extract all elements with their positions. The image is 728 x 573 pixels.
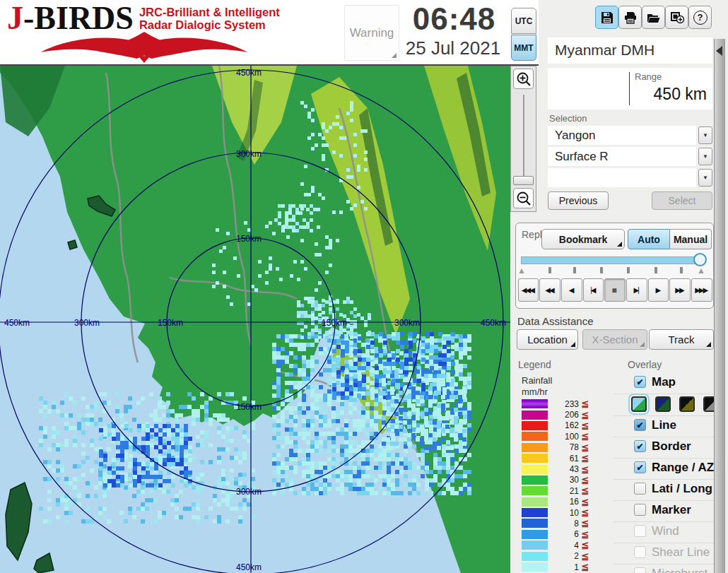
mmt-label: MMT	[514, 43, 533, 53]
legend-row: 2≦	[522, 550, 606, 561]
clock-time: 06:48	[403, 1, 505, 37]
svg-text:150km: 150km	[158, 318, 183, 328]
slider-start-marker[interactable]: ▲	[517, 266, 526, 275]
capture-image-button[interactable]	[665, 6, 688, 29]
manual-label: Manual	[674, 234, 708, 245]
border-checkbox[interactable]: ✔	[634, 440, 646, 452]
overlay-label: Overlay	[628, 359, 662, 370]
map-checkbox[interactable]: ✔	[634, 376, 646, 388]
legend-swatch	[522, 475, 548, 485]
slider-tick	[680, 267, 683, 273]
svg-text:300km: 300km	[236, 149, 262, 159]
print-button[interactable]	[618, 6, 642, 29]
legend-swatch	[522, 432, 548, 441]
open-folder-button[interactable]	[642, 6, 665, 29]
jump-to-start-button[interactable]: ◀◀◀	[518, 278, 539, 302]
map-style-swatch-3[interactable]	[679, 396, 695, 412]
legend-row: 21≦	[522, 485, 606, 496]
zoom-out-icon	[516, 191, 532, 206]
range-az-checkbox[interactable]: ✔	[634, 461, 646, 473]
overlay-row-lati-long: Lati / Long	[613, 480, 714, 501]
replay-slider-handle[interactable]	[693, 253, 707, 266]
overlay-item-label: Marker	[652, 503, 691, 517]
previous-label: Previous	[559, 195, 597, 206]
fast-forward-button[interactable]: ▶▶	[669, 278, 691, 302]
map-style-swatch-2[interactable]	[655, 396, 671, 412]
map-style-swatch-1[interactable]	[631, 396, 647, 412]
legend-swatch	[522, 519, 548, 528]
microburst-checkbox[interactable]	[634, 567, 646, 573]
location-dropdown[interactable]: Yangon	[548, 126, 696, 145]
zoom-out-button[interactable]	[513, 188, 534, 208]
legend-swatch	[522, 410, 548, 420]
mmt-button[interactable]: MMT	[511, 35, 536, 61]
map-zoom-strip	[510, 66, 536, 212]
data-assistance-label: Data Assistance	[517, 315, 594, 327]
checkmark-icon: ✔	[636, 442, 643, 451]
line-checkbox[interactable]: ✔	[634, 419, 646, 431]
panel-collapse-icon[interactable]	[716, 46, 722, 56]
location-dropdown-value: Yangon	[555, 129, 595, 143]
overlay-item-label: Shear Line	[652, 545, 710, 560]
shear-line-checkbox[interactable]	[634, 546, 646, 558]
slider-tick	[548, 267, 551, 273]
slider-tick	[600, 267, 603, 273]
extra-dropdown-arrow[interactable]: ▼	[698, 169, 712, 187]
select-button[interactable]: Select	[652, 191, 712, 210]
auto-label: Auto	[638, 234, 660, 245]
overlay-row-microburst: Microburst	[613, 565, 714, 573]
chevron-down-icon: ▼	[703, 132, 708, 138]
radar-map-canvas[interactable]: 450km 300km 150km 150km 300km 450km 450k…	[0, 66, 510, 573]
product-dropdown[interactable]: Surface R	[548, 147, 696, 166]
overlay-row-border: ✔ Border	[613, 437, 714, 459]
location-button[interactable]: Location	[517, 329, 578, 350]
zoom-slider-thumb[interactable]	[513, 176, 534, 185]
slider-tick	[654, 267, 657, 273]
replay-slider-track[interactable]	[521, 256, 703, 264]
save-button[interactable]	[595, 6, 618, 29]
legend-row: 206≦	[522, 409, 606, 420]
legend-swatch	[522, 540, 548, 550]
product-dropdown-value: Surface R	[555, 150, 609, 164]
overlay-row-line: ✔ Line	[613, 416, 714, 437]
legend-label: Legend	[518, 359, 551, 370]
lati-long-checkbox[interactable]	[634, 483, 646, 495]
fast-rewind-button[interactable]: ◀◀	[539, 278, 560, 302]
zoom-in-button[interactable]	[513, 69, 534, 89]
product-dropdown-arrow[interactable]: ▼	[698, 148, 712, 165]
wind-checkbox[interactable]	[634, 525, 646, 537]
extra-dropdown[interactable]	[548, 168, 696, 187]
legend-swatch	[522, 552, 548, 561]
selection-label: Selection	[549, 113, 587, 124]
bookmark-button[interactable]: Bookmark	[541, 229, 625, 249]
bookmark-label: Bookmark	[559, 234, 607, 245]
help-button[interactable]: ?	[688, 6, 712, 29]
marker-checkbox[interactable]	[634, 504, 646, 516]
open-folder-icon	[647, 11, 660, 24]
overlay-item-label: Border	[652, 439, 691, 454]
map-style-row	[613, 394, 714, 416]
jump-to-end-button[interactable]: ▶▶▶	[691, 278, 712, 302]
overlay-item-label: Lati / Long	[652, 482, 712, 496]
zoom-slider-track[interactable]	[523, 95, 524, 178]
panel-scrollbar[interactable]	[714, 39, 725, 573]
utc-button[interactable]: UTC	[511, 8, 536, 34]
manual-button[interactable]: Manual	[670, 229, 712, 249]
svg-text:450km: 450km	[481, 318, 506, 328]
stop-button[interactable]: ■	[604, 278, 626, 302]
range-box: Range 450 km	[548, 68, 712, 110]
step-forward-button[interactable]: ▶|	[626, 278, 647, 302]
auto-button[interactable]: Auto	[628, 229, 670, 249]
previous-button[interactable]: Previous	[548, 191, 609, 210]
step-back-button[interactable]: |◀	[583, 278, 604, 302]
logo-title-j: J	[7, 0, 23, 36]
play-reverse-button[interactable]: ◀	[561, 278, 582, 302]
xsection-button[interactable]: X-Section	[582, 329, 647, 350]
location-dropdown-arrow[interactable]: ▼	[698, 126, 712, 144]
slider-end-marker[interactable]: ▲	[697, 266, 705, 275]
track-button[interactable]: Track	[649, 329, 714, 350]
play-button[interactable]: ▶	[648, 278, 669, 302]
svg-text:300km: 300km	[394, 318, 420, 328]
warning-button[interactable]: Warning	[344, 5, 399, 61]
overlay-row-map: ✔ Map	[613, 373, 714, 394]
